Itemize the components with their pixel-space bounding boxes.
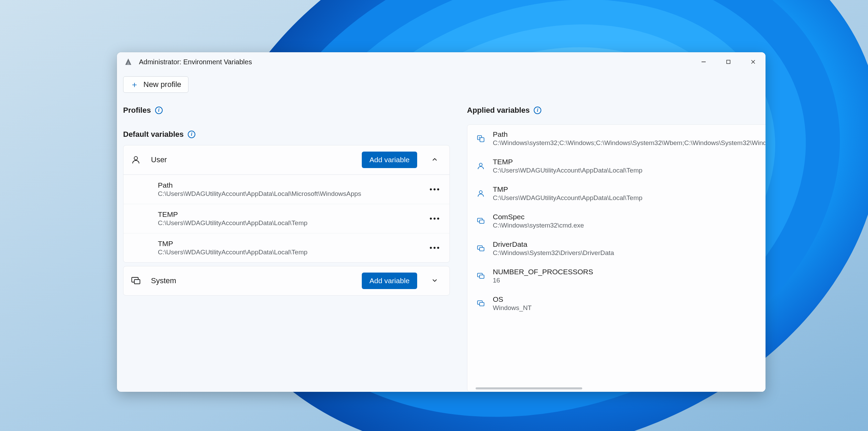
user-variables-card: User Add variable Path C:\Users\WDAGUtil… (123, 145, 450, 263)
info-icon[interactable]: i (534, 107, 541, 114)
more-icon: ••• (430, 243, 441, 252)
default-variables-title: Default variables (123, 130, 184, 139)
info-icon[interactable]: i (155, 107, 163, 114)
applied-variable-row[interactable]: A Path C:\Windows\system32;C:\Windows;C:… (467, 125, 766, 152)
applied-variables-header: Applied variables i (467, 100, 766, 124)
applied-variable-name: OS (493, 295, 766, 303)
more-options-button[interactable]: ••• (427, 182, 443, 197)
system-scope-icon (476, 244, 486, 253)
chevron-down-icon (431, 277, 438, 285)
new-profile-button[interactable]: ＋ New profile (123, 76, 188, 93)
applied-variable-row[interactable]: DriverData C:\Windows\System32\Drivers\D… (467, 235, 766, 262)
applied-variables-title: Applied variables (467, 106, 530, 115)
applied-variable-row[interactable]: ComSpec C:\Windows\system32\cmd.exe (467, 207, 766, 235)
system-scope-icon (476, 299, 486, 308)
new-profile-label: New profile (143, 80, 181, 89)
plus-icon: ＋ (130, 80, 139, 89)
left-column: Profiles i Default variables i User Add … (123, 100, 450, 392)
add-system-variable-button[interactable]: Add variable (362, 273, 417, 289)
system-scope-icon (476, 217, 486, 225)
variable-row[interactable]: TEMP C:\Users\WDAGUtilityAccount\AppData… (123, 204, 449, 233)
window-controls (691, 52, 766, 71)
system-scope-icon (476, 272, 486, 280)
svg-rect-26 (480, 247, 484, 251)
content: Profiles i Default variables i User Add … (117, 100, 766, 392)
variable-text: Path C:\Users\WDAGUtilityAccount\AppData… (158, 181, 427, 198)
svg-rect-24 (480, 220, 484, 223)
app-icon (124, 57, 133, 66)
window-title: Administrator: Environment Variables (139, 58, 691, 66)
info-icon[interactable]: i (188, 131, 195, 138)
applied-variable-value: Windows_NT (493, 304, 766, 312)
variable-value: C:\Users\WDAGUtilityAccount\AppData\Loca… (158, 190, 427, 198)
svg-rect-12 (727, 60, 730, 64)
applied-variable-value: C:\Windows\system32;C:\Windows;C:\Window… (493, 139, 766, 147)
applied-variable-name: TMP (493, 185, 766, 194)
user-scope-icon (476, 189, 486, 198)
variable-text: TMP C:\Users\WDAGUtilityAccount\AppData\… (158, 240, 427, 256)
applied-variable-value: C:\Users\WDAGUtilityAccount\AppData\Loca… (493, 167, 766, 174)
applied-variable-name: DriverData (493, 240, 766, 248)
applied-scope-icon: A (476, 134, 486, 143)
system-variables-card: System Add variable (123, 266, 450, 296)
variable-name: TMP (158, 240, 427, 248)
user-card-header[interactable]: User Add variable (123, 145, 449, 174)
expand-system-button[interactable] (427, 273, 443, 289)
add-user-variable-button[interactable]: Add variable (362, 152, 417, 168)
svg-point-22 (479, 191, 482, 194)
applied-variables-panel[interactable]: A Path C:\Windows\system32;C:\Windows;C:… (467, 124, 766, 392)
svg-rect-17 (134, 279, 140, 284)
applied-variable-row[interactable]: OS Windows_NT (467, 290, 766, 317)
profiles-header: Profiles i (123, 100, 450, 124)
app-window: Administrator: Environment Variables ＋ N… (117, 52, 766, 392)
user-title: User (151, 155, 352, 164)
more-icon: ••• (430, 214, 441, 223)
variable-name: Path (158, 181, 427, 189)
svg-rect-28 (480, 275, 484, 278)
variable-text: TEMP C:\Users\WDAGUtilityAccount\AppData… (158, 210, 427, 227)
svg-rect-30 (480, 302, 484, 306)
maximize-button[interactable] (716, 52, 741, 71)
default-variables-header: Default variables i (123, 124, 450, 145)
more-options-button[interactable]: ••• (427, 211, 443, 226)
command-bar: ＋ New profile (117, 71, 766, 100)
variable-name: TEMP (158, 210, 427, 219)
variable-row[interactable]: TMP C:\Users\WDAGUtilityAccount\AppData\… (123, 233, 449, 262)
user-scope-icon (476, 162, 486, 170)
applied-variable-row[interactable]: TEMP C:\Users\WDAGUtilityAccount\AppData… (467, 152, 766, 180)
applied-variable-row[interactable]: TMP C:\Users\WDAGUtilityAccount\AppData\… (467, 180, 766, 207)
profiles-title: Profiles (123, 106, 151, 115)
system-icon (130, 276, 141, 286)
minimize-button[interactable] (691, 52, 716, 71)
applied-variable-value: C:\Users\WDAGUtilityAccount\AppData\Loca… (493, 194, 766, 202)
right-column: Applied variables i A Path C:\Windows\sy… (467, 100, 766, 392)
user-icon (130, 155, 141, 165)
applied-variable-name: ComSpec (493, 213, 766, 221)
svg-rect-19 (480, 138, 484, 142)
close-button[interactable] (741, 52, 766, 71)
applied-variable-value: 16 (493, 277, 766, 284)
applied-variable-value: C:\Windows\System32\Drivers\DriverData (493, 249, 766, 257)
collapse-user-button[interactable] (427, 152, 443, 168)
svg-point-21 (479, 163, 482, 166)
chevron-up-icon (431, 156, 438, 164)
svg-point-15 (134, 156, 138, 160)
variable-value: C:\Users\WDAGUtilityAccount\AppData\Loca… (158, 248, 427, 256)
variable-value: C:\Users\WDAGUtilityAccount\AppData\Loca… (158, 219, 427, 227)
titlebar[interactable]: Administrator: Environment Variables (117, 52, 766, 71)
more-options-button[interactable]: ••• (427, 240, 443, 255)
applied-variable-value: C:\Windows\system32\cmd.exe (493, 222, 766, 229)
applied-variable-row[interactable]: NUMBER_OF_PROCESSORS 16 (467, 262, 766, 290)
applied-variable-name: TEMP (493, 158, 766, 166)
more-icon: ••• (430, 185, 441, 194)
system-title: System (151, 276, 352, 285)
variable-row[interactable]: Path C:\Users\WDAGUtilityAccount\AppData… (123, 174, 449, 204)
applied-variable-name: Path (493, 130, 766, 139)
horizontal-scrollbar[interactable] (476, 387, 582, 389)
system-card-header[interactable]: System Add variable (123, 266, 449, 295)
applied-variable-name: NUMBER_OF_PROCESSORS (493, 268, 766, 276)
svg-text:A: A (479, 136, 480, 139)
